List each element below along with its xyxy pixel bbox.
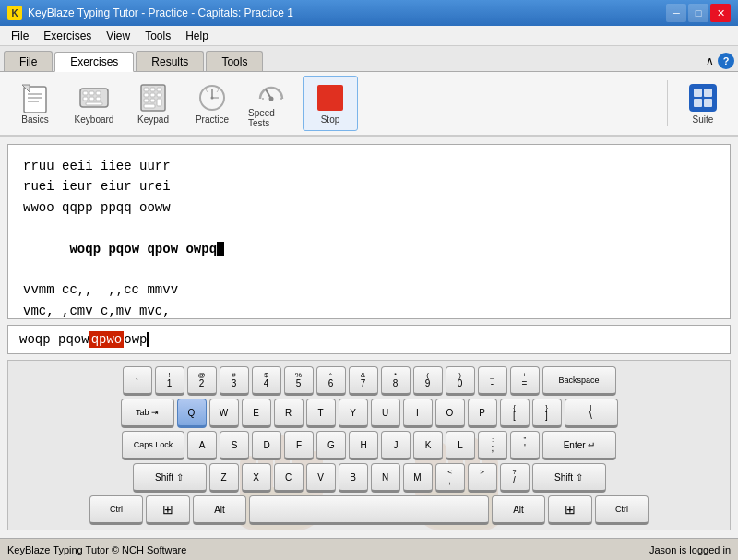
key-slash[interactable]: ?/ [500,463,530,493]
key-4[interactable]: $4 [252,366,281,396]
key-i[interactable]: I [403,399,433,428]
text-line-5: vmc, ,cmv c,mv mvc, [23,301,715,319]
speed-tests-label: Speed Tests [248,108,294,128]
key-t[interactable]: T [306,399,336,428]
key-shift-right[interactable]: Shift ⇧ [532,463,606,493]
key-row-qwerty: Tab ⇥ Q W E R T Y U I O P {[ }] |\ [121,399,618,428]
key-x[interactable]: X [242,463,271,493]
key-w[interactable]: W [209,399,239,428]
menu-tools[interactable]: Tools [137,28,178,44]
keypad-button[interactable]: Keypad [125,76,181,131]
minimize-button[interactable]: ─ [666,4,686,22]
menu-exercises[interactable]: Exercises [36,28,99,44]
stop-button[interactable]: Stop [303,76,358,131]
key-space[interactable] [249,495,489,525]
key-alt-left[interactable]: Alt [193,495,246,525]
cursor-indicator [217,242,224,256]
key-y[interactable]: Y [339,399,368,428]
svg-rect-22 [157,99,161,106]
key-s[interactable]: S [220,431,249,460]
key-g[interactable]: G [316,431,346,460]
key-7[interactable]: &7 [349,366,378,396]
text-line-3-text: woqp pqow qpow owpq [69,242,217,256]
close-button[interactable]: ✕ [710,4,731,22]
speed-tests-button[interactable]: Speed Tests [244,76,299,131]
suite-button[interactable]: Suite [675,76,731,131]
menu-help[interactable]: Help [178,28,216,44]
menu-bar: File Exercises View Tools Help [0,26,738,46]
window-controls: ─ □ ✕ [666,4,731,22]
svg-rect-21 [150,99,155,102]
key-shift-left[interactable]: Shift ⇧ [133,463,207,493]
key-h[interactable]: H [349,431,378,460]
key-m[interactable]: M [403,463,433,493]
key-l[interactable]: L [446,431,475,460]
practice-button[interactable]: Practice [184,76,240,131]
input-area[interactable]: woqp pqow qpwo owp [7,325,731,354]
key-u[interactable]: U [371,399,400,428]
tab-file[interactable]: File [4,51,53,71]
tab-tools[interactable]: Tools [206,51,263,71]
key-semicolon[interactable]: :; [478,431,507,460]
status-right: Jason is logged in [649,544,731,555]
key-z[interactable]: Z [209,463,239,493]
suite-icon [688,83,718,113]
key-win-right[interactable]: ⊞ [548,495,592,525]
collapse-icon[interactable]: ∧ [706,54,714,67]
key-lbracket[interactable]: {[ [500,399,530,428]
key-backslash[interactable]: |\ [565,399,618,428]
key-quote[interactable]: "' [510,431,540,460]
basics-button[interactable]: Basics [7,76,63,131]
key-comma[interactable]: <, [435,463,465,493]
key-1[interactable]: !1 [155,366,184,396]
key-n[interactable]: N [371,463,400,493]
key-tab[interactable]: Tab ⇥ [121,399,174,428]
help-button[interactable]: ? [718,53,734,69]
key-backtick[interactable]: ~` [123,366,152,396]
typed-correct: woqp pqow [19,332,89,347]
key-minus[interactable]: _- [478,366,507,396]
text-line-4: vvmm cc,, ,,cc mmvv [23,280,715,300]
speed-tests-icon [256,78,286,106]
tab-results[interactable]: Results [136,51,204,71]
key-q[interactable]: Q [177,399,207,428]
menu-file[interactable]: File [4,28,36,44]
key-c[interactable]: C [274,463,304,493]
maximize-button[interactable]: □ [688,4,708,22]
tab-exercises[interactable]: Exercises [54,52,134,72]
key-9[interactable]: (9 [413,366,443,396]
key-p[interactable]: P [468,399,497,428]
key-backspace[interactable]: Backspace [542,366,616,396]
key-k[interactable]: K [413,431,443,460]
key-ctrl-right[interactable]: Ctrl [595,495,649,525]
menu-view[interactable]: View [99,28,137,44]
key-o[interactable]: O [435,399,465,428]
key-5[interactable]: %5 [284,366,314,396]
key-period[interactable]: >. [468,463,497,493]
svg-rect-16 [157,88,161,91]
key-capslock[interactable]: Caps Lock [122,431,184,460]
key-2[interactable]: @2 [187,366,217,396]
key-8[interactable]: *8 [381,366,411,396]
key-row-zxcv: Shift ⇧ Z X C V B N M <, >. ?/ Shift ⇧ [133,463,606,493]
key-a[interactable]: A [187,431,217,460]
key-equals[interactable]: += [510,366,540,396]
key-v[interactable]: V [306,463,336,493]
key-b[interactable]: B [339,463,368,493]
key-enter[interactable]: Enter ↵ [542,431,616,460]
key-rbracket[interactable]: }] [532,399,562,428]
key-f[interactable]: F [284,431,314,460]
key-3[interactable]: #3 [220,366,249,396]
key-j[interactable]: J [381,431,411,460]
key-alt-right[interactable]: Alt [492,495,545,525]
key-0[interactable]: )0 [446,366,475,396]
key-win-left[interactable]: ⊞ [146,495,190,525]
keyboard-button[interactable]: Keyboard [66,76,122,131]
key-r[interactable]: R [274,399,304,428]
key-d[interactable]: D [252,431,281,460]
svg-rect-17 [144,93,149,97]
svg-point-31 [269,97,274,101]
key-e[interactable]: E [242,399,271,428]
key-ctrl-left[interactable]: Ctrl [89,495,143,525]
key-6[interactable]: ^6 [316,366,346,396]
